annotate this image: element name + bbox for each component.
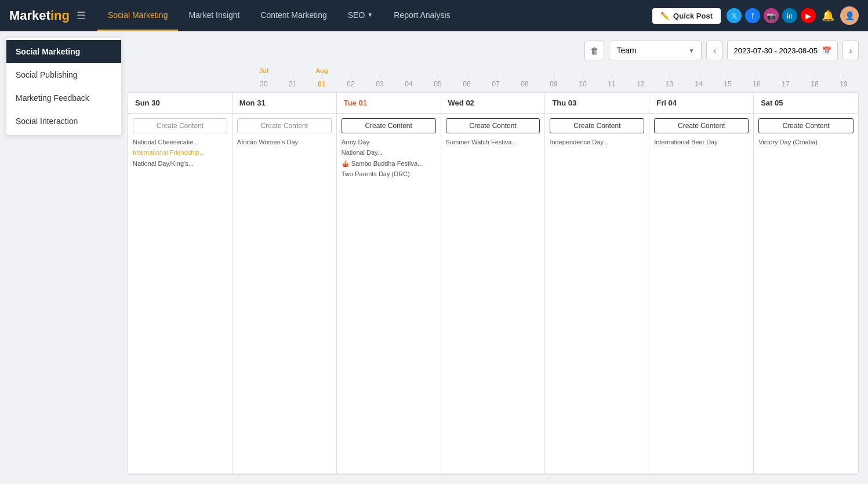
- linkedin-icon[interactable]: in: [782, 8, 797, 23]
- header-fri04: Fri 04: [649, 93, 754, 113]
- create-content-sun30[interactable]: Create Content: [133, 118, 227, 133]
- cal-cell-thu03: Create Content Independence Day...: [545, 114, 649, 474]
- create-content-sat05[interactable]: Create Content: [758, 118, 854, 133]
- chevron-down-icon: ▼: [367, 12, 373, 18]
- timeline-item-jul30: Jul 30: [249, 67, 278, 88]
- trash-button[interactable]: 🗑: [584, 41, 604, 60]
- festival-icon: 🎪: [342, 160, 350, 167]
- notification-bell-icon[interactable]: 🔔: [822, 9, 834, 22]
- event-national-day-kings: National Day/King's...: [133, 159, 227, 168]
- header-thu03: Thu 03: [545, 93, 649, 113]
- youtube-icon[interactable]: ▶: [801, 8, 816, 23]
- timeline-item-02: X 02: [336, 67, 365, 88]
- event-beer-day: International Beer Day: [654, 138, 749, 147]
- event-summer-watch: Summer Watch Festiva...: [446, 138, 540, 147]
- timeline-item-12: X 12: [626, 67, 655, 88]
- twitter-icon[interactable]: 𝕏: [727, 8, 742, 23]
- timeline-bar: Jul 30 X 31 Aug 01 X 02: [128, 67, 859, 92]
- event-intl-friendship: International Friendship...: [133, 148, 227, 157]
- timeline-item-09: X 09: [539, 67, 568, 88]
- event-sambo-buddha: 🎪 Sambo Buddha Festiva...: [342, 159, 436, 168]
- event-two-parents-day: Two Parents Day (DRC): [342, 170, 436, 179]
- timeline-item-14: X 14: [684, 67, 713, 88]
- cal-cell-wed02: Create Content Summer Watch Festiva...: [441, 114, 546, 474]
- create-content-mon31[interactable]: Create Content: [237, 118, 332, 133]
- calendar-area: 🗑 Team ▼ ‹ 2023-07-30 - 2023-08-05 📅 › J…: [128, 31, 868, 484]
- timeline-item-10: X 10: [568, 67, 597, 88]
- header-sun30: Sun 30: [128, 93, 233, 113]
- timeline-item-03: X 03: [365, 67, 394, 88]
- event-national-cheesecake: National Cheesecake...: [133, 138, 227, 147]
- calendar-body: Create Content National Cheesecake... In…: [128, 114, 858, 474]
- event-army-day: Army Day: [342, 138, 436, 147]
- logo-text: Marketing: [9, 8, 70, 23]
- create-content-wed02[interactable]: Create Content: [446, 118, 540, 133]
- sidebar-item-social-publishing[interactable]: Social Publishing: [6, 63, 121, 86]
- timeline-item-05: X 05: [423, 67, 452, 88]
- timeline-item-06: X 06: [452, 67, 481, 88]
- next-button[interactable]: ›: [842, 41, 859, 60]
- prev-button[interactable]: ‹: [706, 41, 722, 60]
- menu-icon[interactable]: ☰: [77, 9, 86, 22]
- create-content-thu03[interactable]: Create Content: [550, 118, 644, 133]
- top-navigation: Marketing ☰ Social Marketing Market Insi…: [0, 0, 868, 31]
- timeline-item-08: X 08: [510, 67, 539, 88]
- cal-cell-fri04: Create Content International Beer Day: [649, 114, 754, 474]
- nav-market-insight[interactable]: Market Insight: [178, 0, 250, 31]
- date-range-display: 2023-07-30 - 2023-08-05 📅: [727, 41, 838, 60]
- nav-seo[interactable]: SEO ▼: [337, 0, 383, 31]
- timeline-item-aug01: Aug 01: [307, 67, 336, 88]
- cal-cell-tue01: Create Content Army Day National Day... …: [337, 114, 441, 474]
- avatar[interactable]: 👤: [840, 6, 859, 25]
- header-tue01: Tue 01: [337, 93, 441, 113]
- event-national-day-tue: National Day...: [342, 148, 436, 157]
- calendar-header: Sun 30 Mon 31 Tue 01 Wed 02 Thu 03 Fri 0…: [128, 93, 858, 114]
- sidebar-dropdown: Social Marketing Social Publishing Marke…: [6, 37, 122, 136]
- timeline-item-16: X 16: [742, 67, 771, 88]
- sidebar-item-social-interaction[interactable]: Social Interaction: [6, 110, 121, 133]
- timeline-item-17: X 17: [771, 67, 800, 88]
- edit-icon: ✏️: [660, 12, 670, 20]
- event-independence-day: Independence Day...: [550, 138, 644, 147]
- create-content-fri04[interactable]: Create Content: [654, 118, 749, 133]
- nav-right: ✏️ Quick Post 𝕏 f 📷 in ▶ 🔔 👤: [652, 6, 859, 25]
- timeline-item-19: X 19: [829, 67, 858, 88]
- cal-cell-sun30: Create Content National Cheesecake... In…: [128, 114, 233, 474]
- chevron-down-icon: ▼: [689, 48, 695, 54]
- nav-content-marketing[interactable]: Content Marketing: [250, 0, 337, 31]
- timeline-item-04: X 04: [394, 67, 423, 88]
- calendar-icon: 📅: [822, 46, 831, 55]
- timeline-item-11: X 11: [597, 67, 626, 88]
- quick-post-button[interactable]: ✏️ Quick Post: [652, 8, 721, 24]
- social-icons: 𝕏 f 📷 in ▶: [727, 8, 816, 23]
- timeline-item-15: X 15: [713, 67, 742, 88]
- facebook-icon[interactable]: f: [745, 8, 760, 23]
- main-content: Social Marketing Social Publishing Marke…: [0, 31, 868, 484]
- instagram-icon[interactable]: 📷: [764, 8, 779, 23]
- cal-cell-mon31: Create Content African Women's Day: [233, 114, 337, 474]
- create-content-tue01[interactable]: Create Content: [342, 118, 436, 133]
- header-wed02: Wed 02: [441, 93, 546, 113]
- sidebar-item-marketing-feedback[interactable]: Marketing Feedback: [6, 86, 121, 110]
- timeline-item-31: X 31: [278, 67, 307, 88]
- event-victory-day: Victory Day (Croatia): [758, 138, 854, 147]
- nav-report-analysis[interactable]: Report Analysis: [383, 0, 460, 31]
- cal-cell-sat05: Create Content Victory Day (Croatia): [754, 114, 858, 474]
- calendar-toolbar: 🗑 Team ▼ ‹ 2023-07-30 - 2023-08-05 📅 ›: [128, 41, 859, 60]
- event-african-womens-day: African Women's Day: [237, 138, 332, 147]
- header-mon31: Mon 31: [233, 93, 337, 113]
- nav-social-marketing[interactable]: Social Marketing: [97, 0, 179, 31]
- logo: Marketing: [9, 8, 70, 23]
- timeline-item-18: X 18: [800, 67, 829, 88]
- team-select[interactable]: Team ▼: [609, 41, 702, 60]
- calendar-grid: Sun 30 Mon 31 Tue 01 Wed 02 Thu 03 Fri 0…: [128, 92, 859, 475]
- nav-links: Social Marketing Market Insight Content …: [97, 0, 652, 31]
- timeline-item-13: X 13: [655, 67, 684, 88]
- timeline-item-07: X 07: [481, 67, 510, 88]
- header-sat05: Sat 05: [754, 93, 858, 113]
- sidebar-item-social-marketing[interactable]: Social Marketing: [6, 40, 121, 63]
